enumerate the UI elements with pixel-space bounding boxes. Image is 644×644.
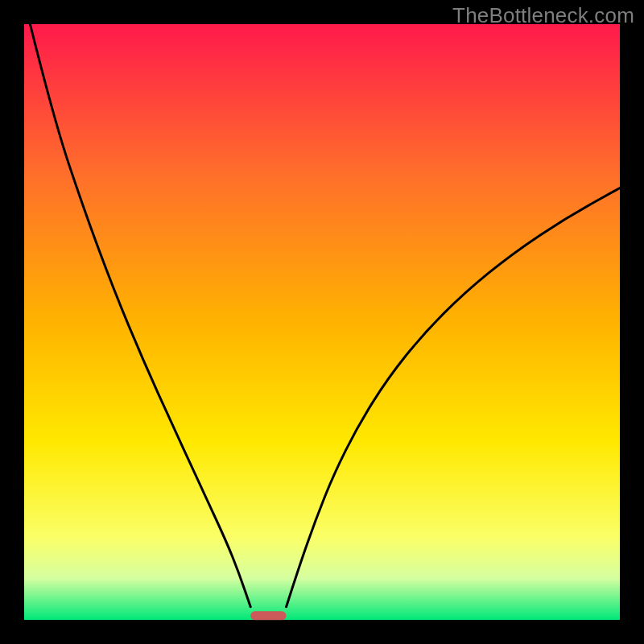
optimal-marker [250, 611, 286, 620]
chart-frame: TheBottleneck.com [0, 0, 644, 644]
plot-background [24, 24, 620, 620]
bottleneck-chart [0, 0, 644, 644]
